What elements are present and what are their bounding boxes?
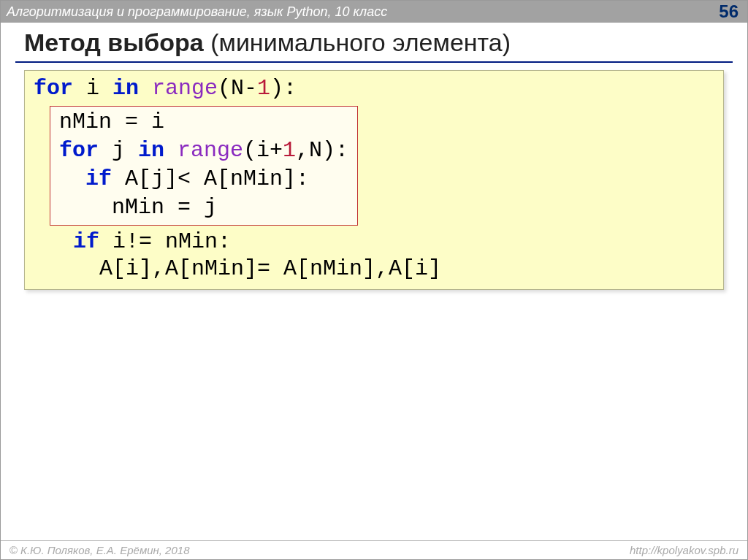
kw-if: if [73,229,99,254]
num-literal: 1 [283,138,296,163]
code-text: ,N): [296,138,348,163]
code-text: (i+ [243,138,283,163]
code-text: (N- [218,76,257,101]
title-rest: (минимального элемента) [204,28,511,56]
code-text [59,166,85,191]
code-text: nMin = j [59,195,217,220]
code-block: for i in range(N-1): nMin = i for j in r… [24,70,724,290]
code-text [164,138,178,163]
kw-for: for [59,138,99,163]
footer-url: http://kpolyakov.spb.ru [630,544,739,556]
footer-bar: К.Ю. Поляков, Е.А. Ерёмин, 2018 http://k… [1,540,747,559]
slide-title: Метод выбора (минимального элемента) [1,23,747,58]
kw-for: for [34,76,73,101]
code-text: nMin = i [59,110,164,134]
code-text: i!= nMin: [99,229,231,254]
code-text: i [73,76,112,101]
inner-code-block: nMin = i for j in range(i+1,N): if A[j]<… [50,106,358,226]
fn-range: range [178,138,243,163]
page-number: 56 [719,1,739,22]
title-bold: Метод выбора [24,28,204,56]
header-bar: Алгоритмизация и программирование, язык … [1,1,747,23]
code-text: A[i],A[nMin]= A[nMin],A[i] [34,256,441,281]
num-literal: 1 [257,76,270,101]
code-text: A[j]< A[nMin]: [112,166,309,191]
code-text [139,76,152,101]
kw-if: if [85,166,112,191]
title-underline [15,61,733,63]
fn-range: range [152,76,218,101]
course-title: Алгоритмизация и программирование, язык … [7,4,387,20]
code-text: ): [270,76,297,101]
slide: Алгоритмизация и программирование, язык … [0,0,748,560]
kw-in: in [138,138,164,163]
code-text [34,229,73,254]
footer-copyright: К.Ю. Поляков, Е.А. Ерёмин, 2018 [9,544,189,556]
kw-in: in [112,76,139,101]
code-text: j [99,138,138,163]
